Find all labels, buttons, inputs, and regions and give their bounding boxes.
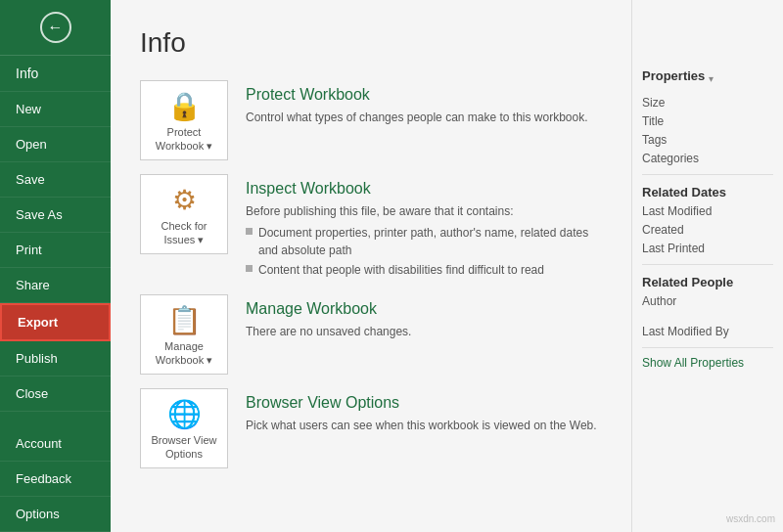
protect-icon-label: ProtectWorkbook ▾ <box>156 126 212 152</box>
browser-body: Browser View Options Pick what users can… <box>246 388 602 434</box>
sidebar-item-print[interactable]: Print <box>0 233 111 268</box>
manage-body: Manage Workbook There are no unsaved cha… <box>246 294 602 340</box>
list-item: Document properties, printer path, autho… <box>246 224 602 259</box>
sidebar-item-info[interactable]: Info <box>0 56 111 92</box>
browser-view-card: 🌐 Browser ViewOptions Browser View Optio… <box>140 388 602 468</box>
list-item: Content that people with disabilities fi… <box>246 261 602 279</box>
browser-view-button[interactable]: 🌐 Browser ViewOptions <box>140 388 228 468</box>
property-size: Size <box>642 95 773 111</box>
bullet-icon <box>246 228 253 235</box>
manage-workbook-button[interactable]: 📋 ManageWorkbook ▾ <box>140 294 228 375</box>
divider-3 <box>642 347 773 348</box>
manage-icon: 📋 <box>167 304 202 336</box>
manage-desc: There are no unsaved changes. <box>246 323 602 340</box>
properties-heading: Properties <box>642 68 705 83</box>
bullet-icon <box>246 265 253 272</box>
sidebar-item-options[interactable]: Options <box>0 497 111 532</box>
sidebar-item-new[interactable]: New <box>0 92 111 127</box>
protect-desc: Control what types of changes people can… <box>246 109 602 126</box>
show-all-properties-link[interactable]: Show All Properties <box>642 356 773 370</box>
back-button[interactable]: ← <box>0 0 111 56</box>
sidebar-item-save[interactable]: Save <box>0 162 111 198</box>
person-author: Author <box>642 293 773 309</box>
browser-icon-label: Browser ViewOptions <box>151 434 216 460</box>
protect-workbook-card: 🔒 ProtectWorkbook ▾ Protect Workbook Con… <box>140 80 602 160</box>
date-last-modified: Last Modified <box>642 203 773 219</box>
protect-body: Protect Workbook Control what types of c… <box>246 80 602 126</box>
protect-title: Protect Workbook <box>246 86 602 104</box>
inspect-workbook-card: ⚙ Check forIssues ▾ Inspect Workbook Bef… <box>140 174 602 281</box>
sidebar-item-save-as[interactable]: Save As <box>0 198 111 233</box>
property-title: Title <box>642 113 773 129</box>
right-panel: Properties ▾ Size Title Tags Categories … <box>631 0 783 532</box>
manage-title: Manage Workbook <box>246 300 602 318</box>
sidebar-item-export[interactable]: Export <box>0 303 111 341</box>
sidebar-item-feedback[interactable]: Feedback <box>0 462 111 497</box>
watermark: wsxdn.com <box>726 513 775 524</box>
inspect-icon-label: Check forIssues ▾ <box>161 220 207 245</box>
lock-icon: 🔒 <box>167 90 202 122</box>
sidebar-item-close[interactable]: Close <box>0 377 111 412</box>
inspect-workbook-button[interactable]: ⚙ Check forIssues ▾ <box>140 174 228 254</box>
related-people-heading: Related People <box>642 275 773 289</box>
back-arrow-icon: ← <box>40 12 71 43</box>
properties-chevron-icon: ▾ <box>709 73 714 84</box>
browser-desc: Pick what users can see when this workbo… <box>246 417 602 434</box>
inspect-title: Inspect Workbook <box>246 180 602 198</box>
sidebar-item-publish[interactable]: Publish <box>0 341 111 377</box>
sidebar-item-share[interactable]: Share <box>0 268 111 303</box>
check-issues-icon: ⚙ <box>172 184 197 216</box>
manage-icon-label: ManageWorkbook ▾ <box>156 340 212 366</box>
inspect-list: Document properties, printer path, autho… <box>246 224 602 279</box>
person-last-modified-by: Last Modified By <box>642 324 773 339</box>
manage-workbook-card: 📋 ManageWorkbook ▾ Manage Workbook There… <box>140 294 602 375</box>
page-title: Info <box>140 27 602 59</box>
property-tags: Tags <box>642 132 773 148</box>
sidebar-item-account[interactable]: Account <box>0 426 111 462</box>
property-categories: Categories <box>642 151 773 166</box>
browser-title: Browser View Options <box>246 394 602 412</box>
inspect-desc: Before publishing this file, be aware th… <box>246 202 602 279</box>
divider <box>642 174 773 175</box>
protect-workbook-button[interactable]: 🔒 ProtectWorkbook ▾ <box>140 80 228 160</box>
divider-2 <box>642 264 773 265</box>
main-content: Info 🔒 ProtectWorkbook ▾ Protect Workboo… <box>111 0 631 532</box>
date-created: Created <box>642 222 773 238</box>
inspect-body: Inspect Workbook Before publishing this … <box>246 174 602 281</box>
sidebar: ← Info New Open Save Save As Print Share… <box>0 0 111 532</box>
related-dates-heading: Related Dates <box>642 185 773 200</box>
sidebar-item-open[interactable]: Open <box>0 127 111 162</box>
date-last-printed: Last Printed <box>642 241 773 256</box>
browser-icon: 🌐 <box>167 398 202 430</box>
